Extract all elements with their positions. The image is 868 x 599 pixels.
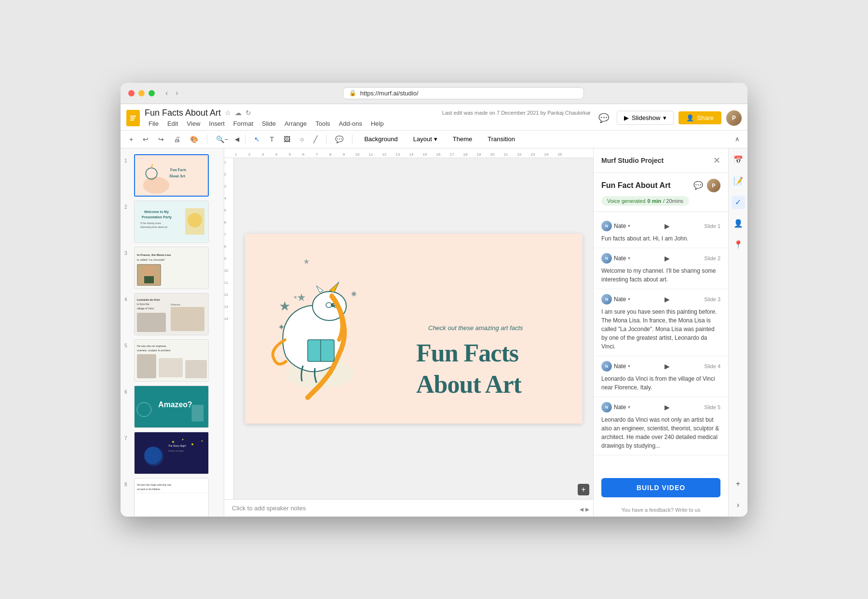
slide-num-8: 8 bbox=[124, 478, 131, 487]
paint-button[interactable]: 🎨 bbox=[187, 133, 201, 145]
cloud-icon[interactable]: ☁ bbox=[235, 109, 242, 117]
add-button[interactable]: + bbox=[126, 133, 136, 145]
chat-button[interactable]: 💬 bbox=[596, 111, 612, 125]
murf-slide-text-3[interactable]: I am sure you have seen this painting be… bbox=[601, 307, 720, 351]
ruler-mark-18: 18 bbox=[459, 152, 472, 157]
murf-voice-selector-4[interactable]: N Nate ▾ bbox=[601, 361, 630, 372]
menu-addons[interactable]: Add-ons bbox=[335, 119, 366, 128]
canvas-main[interactable]: ✦ ✺ ★ Check out these amazing art facts … bbox=[234, 158, 593, 499]
speaker-notes[interactable]: Click to add speaker notes bbox=[224, 499, 593, 517]
menu-help[interactable]: Help bbox=[367, 119, 388, 128]
slide-thumb-8[interactable]: 8 Vincent Van Gogh sold only one art wor… bbox=[121, 476, 224, 517]
murf-chevron-2: ▾ bbox=[628, 255, 630, 261]
murf-play-btn-5[interactable]: ▶ bbox=[665, 403, 670, 411]
slide-thumb-5[interactable]: 5 He was also an engineer, scientist, sc… bbox=[121, 337, 224, 384]
comment-button[interactable]: 💬 bbox=[332, 133, 346, 145]
murf-slide-item-1: N Nate ▾ ▶ Slide 1 Fun facts about art. … bbox=[594, 216, 728, 248]
shape-button[interactable]: ○ bbox=[297, 133, 307, 145]
notes-icon[interactable]: 📝 bbox=[732, 174, 745, 188]
murf-play-btn-3[interactable]: ▶ bbox=[665, 295, 670, 303]
menu-slide[interactable]: Slide bbox=[258, 119, 280, 128]
theme-button[interactable]: Theme bbox=[447, 133, 478, 145]
svg-text:Amazeo?: Amazeo? bbox=[158, 400, 192, 408]
user-avatar[interactable]: P bbox=[726, 110, 742, 126]
scroll-right[interactable]: ▸ bbox=[585, 505, 589, 514]
slide-thumb-7[interactable]: 7 The Starry Night Vincent van Gogh bbox=[121, 430, 224, 476]
murf-slide-text-4[interactable]: Leonardo da Vinci is from the village of… bbox=[601, 374, 720, 392]
murf-slide-header-1: N Nate ▾ ▶ Slide 1 bbox=[601, 221, 720, 231]
undo-button[interactable]: ↩ bbox=[140, 133, 151, 145]
star-icon[interactable]: ☆ bbox=[225, 109, 231, 117]
calendar-icon[interactable]: 📅 bbox=[732, 153, 745, 167]
ruler-v-7: 7 bbox=[224, 233, 233, 236]
address-bar[interactable]: 🔒 https://murf.ai/studio/ bbox=[343, 87, 584, 99]
svg-rect-31 bbox=[159, 358, 183, 377]
murf-play-btn-1[interactable]: ▶ bbox=[665, 222, 670, 230]
zoom-out-button[interactable]: 🔍− bbox=[213, 133, 231, 145]
separator-1 bbox=[207, 134, 207, 144]
back-button[interactable]: ‹ bbox=[163, 88, 171, 98]
slide-thumb-2[interactable]: 2 Welcome to My Presentation Party I'll … bbox=[121, 199, 224, 245]
close-button[interactable] bbox=[128, 90, 135, 96]
slideshow-button[interactable]: ▶ Slideshow ▾ bbox=[617, 111, 674, 125]
separator-4 bbox=[352, 134, 353, 144]
murf-voice-selector-5[interactable]: N Nate ▾ bbox=[601, 402, 630, 413]
menu-insert[interactable]: Insert bbox=[205, 119, 229, 128]
add-icon[interactable]: + bbox=[732, 477, 745, 491]
murf-play-btn-2[interactable]: ▶ bbox=[665, 254, 670, 262]
murf-slide-item-4: N Nate ▾ ▶ Slide 4 Leonardo da Vinci is … bbox=[594, 356, 728, 397]
murf-close-button[interactable]: ✕ bbox=[713, 155, 720, 166]
tasks-icon[interactable]: ✓ bbox=[732, 196, 745, 209]
ruler-v-13: 13 bbox=[224, 305, 233, 308]
logo-lines bbox=[130, 116, 136, 120]
menu-arrange[interactable]: Arrange bbox=[281, 119, 311, 128]
transition-button[interactable]: Transition bbox=[482, 133, 521, 145]
collapse-toolbar-button[interactable]: ∧ bbox=[733, 133, 742, 145]
murf-play-btn-4[interactable]: ▶ bbox=[665, 362, 670, 370]
murf-slide-item-2: N Nate ▾ ▶ Slide 2 Welcome to my channel… bbox=[594, 248, 728, 289]
layout-chevron: ▾ bbox=[434, 135, 437, 143]
murf-voice-avatar-3: N bbox=[601, 294, 612, 305]
murf-chat-icon[interactable]: 💬 bbox=[693, 181, 703, 190]
murf-slide-text-5[interactable]: Leonardo da Vinci was not only an artist… bbox=[601, 415, 720, 450]
line-button[interactable]: ╱ bbox=[311, 133, 320, 145]
menu-format[interactable]: Format bbox=[230, 119, 257, 128]
maps-icon[interactable]: 📍 bbox=[732, 238, 745, 252]
cursor-button[interactable]: ↖ bbox=[251, 133, 263, 145]
document-title[interactable]: Fun Facts About Art bbox=[145, 108, 221, 118]
contacts-icon[interactable]: 👤 bbox=[732, 217, 745, 230]
murf-slide-text-1[interactable]: Fun facts about art. Hi, I am John. bbox=[601, 234, 720, 243]
expand-icon[interactable]: › bbox=[732, 498, 745, 512]
slide-thumb-3[interactable]: 3 In France, the Mona Lisa is called "La… bbox=[121, 245, 224, 291]
menu-edit[interactable]: Edit bbox=[163, 119, 182, 128]
image-button[interactable]: 🖼 bbox=[281, 133, 293, 145]
murf-voice-selector-3[interactable]: N Nate ▾ bbox=[601, 294, 630, 305]
menu-tools[interactable]: Tools bbox=[312, 119, 334, 128]
background-button[interactable]: Background bbox=[358, 133, 403, 145]
scroll-left[interactable]: ◂ bbox=[580, 505, 583, 514]
sync-icon[interactable]: ↻ bbox=[245, 109, 251, 117]
slide-canvas[interactable]: ✦ ✺ ★ Check out these amazing art facts … bbox=[245, 234, 583, 424]
build-video-button[interactable]: BUILD VIDEO bbox=[601, 478, 720, 497]
menu-file[interactable]: File bbox=[145, 119, 163, 128]
print-button[interactable]: 🖨 bbox=[171, 133, 183, 145]
slide-thumb-1[interactable]: 1 Fun Facts About Art bbox=[121, 152, 224, 199]
redo-button[interactable]: ↪ bbox=[155, 133, 167, 145]
minimize-button[interactable] bbox=[138, 90, 145, 96]
murf-voice-selector-2[interactable]: N Nate ▾ bbox=[601, 253, 630, 264]
ruler-mark-13: 13 bbox=[391, 152, 405, 157]
layout-button[interactable]: Layout ▾ bbox=[407, 133, 443, 145]
forward-button[interactable]: › bbox=[173, 88, 181, 98]
murf-voice-selector-1[interactable]: N Nate ▾ bbox=[601, 221, 630, 231]
slide-thumb-6[interactable]: 6 Amazeo? bbox=[121, 384, 224, 430]
maximize-button[interactable] bbox=[149, 90, 155, 96]
toolbar-right: ∧ bbox=[733, 133, 742, 145]
text-button[interactable]: T bbox=[267, 133, 277, 145]
add-slide-button[interactable]: + bbox=[578, 484, 589, 495]
murf-slide-text-2[interactable]: Welcome to my channel. I'll be sharing s… bbox=[601, 266, 720, 284]
svg-rect-24 bbox=[137, 313, 166, 332]
share-button[interactable]: 👤 Share bbox=[678, 111, 721, 124]
ruler-v-12: 12 bbox=[224, 293, 233, 296]
menu-view[interactable]: View bbox=[183, 119, 204, 128]
slide-thumb-4[interactable]: 4 Leonardo da Vinci is from the village … bbox=[121, 291, 224, 337]
